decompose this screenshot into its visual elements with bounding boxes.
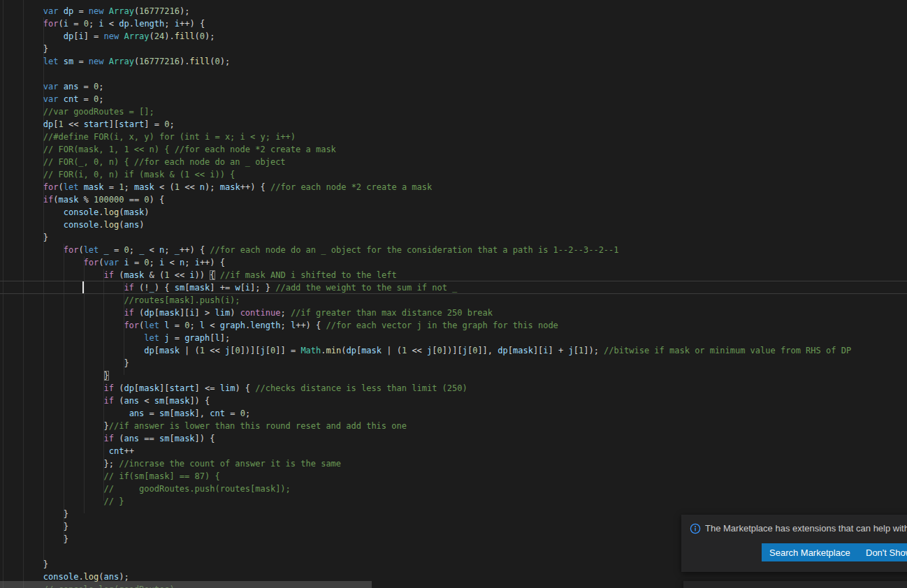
notification-message-row: The Marketplace has extensions that can … (685, 523, 907, 534)
notification-toast-partial (683, 581, 907, 588)
code-line[interactable]: //var goodRoutes = []; (0, 105, 907, 118)
code-line[interactable]: for(i = 0; i < dp.length; i++) { (0, 17, 907, 30)
vscode-window: { "theme": { "editor_background": "#1c1c… (0, 0, 907, 588)
code-line[interactable]: //routes[mask].push(i); (0, 294, 907, 307)
code-line[interactable]: // if(sm[mask] == 87) { (0, 470, 907, 483)
code-line[interactable]: if (!_) { sm[mask] += w[i]; } //add the … (0, 281, 907, 294)
code-line[interactable] (0, 68, 907, 80)
code-line[interactable]: ans = sm[mask], cnt = 0; (0, 407, 907, 420)
code-line[interactable]: // FOR(mask, 1, 1 << n) { //for each nod… (0, 143, 907, 156)
horizontal-scrollbar-thumb[interactable] (0, 581, 372, 588)
code-line[interactable]: // FOR(_, 0, n) { //for each node do an … (0, 156, 907, 168)
code-line[interactable]: for(let _ = 0; _ < n; _++) { //for each … (0, 244, 907, 256)
code-line[interactable]: let sm = new Array(16777216).fill(0); (0, 55, 907, 68)
code-line[interactable]: // FOR(i, 0, n) if (mask & (1 << i)) { (0, 168, 907, 181)
code-line[interactable]: for(let l = 0; l < graph.length; l++) { … (0, 319, 907, 332)
code-line[interactable]: dp[i] = new Array(24).fill(0); (0, 30, 907, 43)
code-line[interactable]: console.log(ans) (0, 219, 907, 231)
code-line[interactable]: if (ans < sm[mask]) { (0, 395, 907, 407)
code-line[interactable]: console.log(mask) (0, 206, 907, 219)
code-line[interactable]: if (ans == sm[mask]) { (0, 432, 907, 445)
code-line[interactable]: for(let mask = 1; mask < (1 << n); mask+… (0, 181, 907, 193)
code-line[interactable]: dp[1 << start][start] = 0; (0, 118, 907, 131)
code-line[interactable]: if (mask & (1 << i)) { //if mask AND i s… (0, 269, 907, 281)
code-line[interactable]: } (0, 231, 907, 244)
code-line[interactable]: }; //incrase the count of answer it is t… (0, 457, 907, 470)
search-marketplace-button[interactable]: Search Marketplace (762, 543, 858, 561)
code-line[interactable]: //#define FOR(i, x, y) for (int i = x; i… (0, 131, 907, 143)
info-icon (690, 523, 701, 534)
code-editor[interactable]: var dp = new Array(16777216); for(i = 0;… (0, 0, 907, 588)
dont-show-button[interactable]: Don't Show (858, 543, 907, 561)
code-line[interactable]: let j = graph[l]; (0, 332, 907, 344)
code-line[interactable]: // } (0, 495, 907, 508)
code-line[interactable]: var ans = 0; (0, 80, 907, 93)
code-line[interactable]: if(mask % 100000 == 0) { (0, 193, 907, 206)
text-cursor (82, 281, 84, 293)
code-line[interactable]: } (0, 369, 907, 382)
code-line[interactable]: var cnt = 0; (0, 93, 907, 105)
code-lines: var dp = new Array(16777216); for(i = 0;… (0, 5, 907, 588)
code-line[interactable]: cnt++ (0, 445, 907, 457)
notification-message: The Marketplace has extensions that can … (705, 523, 907, 534)
notification-toast: The Marketplace has extensions that can … (681, 515, 907, 572)
code-line[interactable]: for(var i = 0; i < n; i++) { (0, 256, 907, 269)
code-line[interactable]: var dp = new Array(16777216); (0, 5, 907, 17)
code-line[interactable]: dp[mask | (1 << j[0])][j[0]] = Math.min(… (0, 344, 907, 357)
code-line[interactable]: if (dp[mask][i] > lim) continue; //if gr… (0, 307, 907, 319)
code-line[interactable]: // goodRoutes.push(routes[mask]); (0, 483, 907, 495)
code-line[interactable]: } (0, 357, 907, 369)
code-line[interactable]: } (0, 43, 907, 55)
code-line[interactable]: }//if answer is lower than this round re… (0, 420, 907, 432)
code-line[interactable]: if (dp[mask][start] <= lim) { //checks d… (0, 382, 907, 395)
